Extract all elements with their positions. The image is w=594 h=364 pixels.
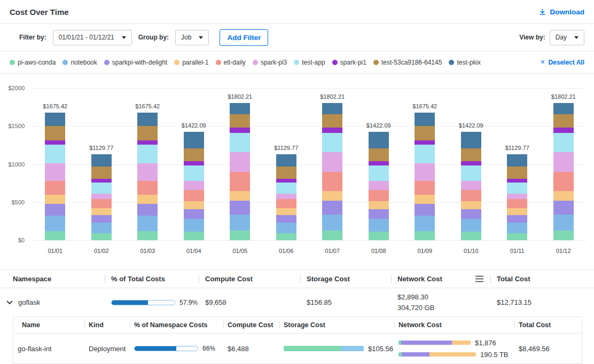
legend-dot — [253, 60, 258, 65]
legend-item-test-pkix[interactable]: test-pkix — [449, 59, 481, 66]
nested-column-header-pct-of-namespace-costs[interactable]: % of Namespace Costs — [130, 317, 223, 333]
namespace-expand-toggle[interactable]: goflask — [0, 298, 105, 306]
workload-kind: Deployment — [84, 345, 130, 353]
legend-dot — [104, 60, 110, 65]
bar-segment-spark-pi1 — [91, 179, 112, 183]
date-range-value: 01/01/21 - 01/12/21 — [59, 34, 114, 41]
bar-segment-spark-pi3 — [230, 152, 250, 172]
bar-segment-test-pkix — [45, 113, 65, 125]
bar-stack — [369, 132, 389, 240]
bar-segment-spark-pi3 — [184, 181, 204, 190]
nested-column-header-name[interactable]: Name — [13, 317, 84, 333]
legend-dot — [174, 60, 179, 65]
total-cost-cell: $12,713.15 — [490, 298, 594, 306]
add-filter-button[interactable]: Add Filter — [220, 29, 268, 46]
bar-01/11[interactable]: $1129.7701/11 — [494, 88, 541, 240]
column-header-pct-of-total-costs[interactable]: % of Total Costs — [105, 270, 199, 288]
bar-segment-test-pkix — [91, 154, 112, 167]
bar-segment-spark-pi1 — [461, 161, 481, 166]
nested-column-header-total-cost[interactable]: Total Cost — [514, 317, 582, 333]
nested-column-header-storage-cost[interactable]: Storage Cost — [279, 317, 394, 333]
bar-segment-etl-daily — [322, 172, 342, 191]
x-axis-label: 01/09 — [402, 248, 448, 254]
bar-segment-parallel-1 — [507, 208, 527, 215]
bar-01/03[interactable]: $1675.4201/03 — [124, 88, 171, 240]
bar-segment-spark-pi1 — [415, 140, 435, 145]
x-axis-label: 01/05 — [217, 248, 263, 254]
bar-01/09[interactable]: $1675.4201/09 — [402, 88, 448, 240]
mini-bar-segment — [284, 346, 341, 351]
bar-segment-spark-pi3 — [45, 163, 65, 181]
storage-cost-cell: $156.85 — [300, 298, 391, 306]
bar-segment-test-app — [137, 145, 158, 164]
bar-segment-spark-pi3 — [369, 181, 389, 190]
table-menu-icon[interactable] — [475, 275, 484, 282]
bar-total-label: $1802.21 — [551, 93, 576, 100]
bar-segment-pi-aws-conda — [415, 231, 435, 240]
bar-01/02[interactable]: $1129.7701/02 — [79, 88, 125, 240]
bar-01/01[interactable]: $1675.4201/01 — [32, 88, 79, 240]
legend-item-sparkpi-with-delight[interactable]: sparkpi-with-delight — [104, 59, 167, 66]
bar-01/04[interactable]: $1422.0901/04 — [171, 88, 217, 240]
y-axis-tick: $1500 — [8, 123, 25, 129]
x-axis-label: 01/02 — [79, 248, 125, 254]
bar-stack — [461, 132, 481, 240]
bar-01/06[interactable]: $1129.7701/06 — [263, 88, 310, 240]
nested-column-header-network-cost[interactable]: Network Cost — [394, 317, 514, 333]
group-by-select[interactable]: Job — [175, 30, 209, 45]
chevron-down-icon[interactable] — [6, 300, 13, 305]
bar-01/05[interactable]: $1802.2101/05 — [217, 88, 263, 240]
column-header-total-cost[interactable]: Total Cost — [490, 270, 594, 288]
legend-item-notebook[interactable]: notebook — [62, 59, 97, 66]
bar-segment-pi-aws-conda — [322, 231, 342, 241]
bar-segment-pi-aws-conda — [45, 231, 65, 240]
nested-column-header-kind[interactable]: Kind — [84, 317, 130, 333]
column-header-namespace[interactable]: Namespace — [0, 270, 105, 288]
cost-chart: $2000$1500$1000$500$0 $1675.4201/01$1129… — [0, 74, 594, 270]
legend-item-spark-pi1[interactable]: spark-pi1 — [332, 59, 366, 66]
legend-dot — [62, 60, 68, 65]
legend-label: sparkpi-with-delight — [112, 59, 167, 66]
bar-segment-test-53ca9186-64145 — [322, 114, 342, 128]
bar-segment-pi-aws-conda — [461, 232, 481, 240]
bar-segment-test-app — [369, 165, 389, 181]
close-icon: ✕ — [540, 59, 545, 66]
namespace-name: goflask — [18, 298, 40, 306]
bar-01/12[interactable]: $1802.2101/12 — [541, 88, 587, 240]
column-header-compute-cost[interactable]: Compute Cost — [199, 270, 300, 288]
legend-item-pi-aws-conda[interactable]: pi-aws-conda — [10, 59, 56, 66]
nested-column-header-compute-cost[interactable]: Compute Cost — [223, 317, 279, 333]
bar-stack — [507, 154, 527, 240]
bar-segment-parallel-1 — [461, 201, 481, 209]
bar-segment-test-53ca9186-64145 — [184, 148, 204, 161]
workload-row-go-flask-int[interactable]: go-flask-int Deployment 66% $6,488 $105.… — [13, 334, 582, 363]
bar-segment-sparkpi-with-delight — [322, 201, 342, 215]
view-by-select[interactable]: Day — [550, 30, 584, 45]
bar-segment-test-53ca9186-64145 — [461, 148, 481, 161]
column-header-storage-cost[interactable]: Storage Cost — [300, 270, 391, 288]
bar-01/08[interactable]: $1422.0901/08 — [356, 88, 402, 240]
workload-storage-cell: $105.56 — [279, 345, 394, 353]
column-header-network-cost[interactable]: Network Cost — [391, 270, 490, 288]
legend-item-etl-daily[interactable]: etl-daily — [216, 59, 246, 66]
workload-network-cost: $1,876 — [475, 339, 496, 347]
bar-stack — [45, 113, 65, 240]
bar-01/10[interactable]: $1422.0901/10 — [448, 88, 495, 240]
x-axis-label: 01/03 — [124, 248, 171, 254]
bar-segment-pi-aws-conda — [184, 232, 204, 240]
bar-segment-test-app — [230, 133, 250, 152]
namespace-row-goflask[interactable]: goflask 57.9% $9,658 $156.85 $2,898.30 3… — [0, 288, 594, 316]
legend-item-test-53ca9186-64145[interactable]: test-53ca9186-64145 — [373, 59, 442, 66]
legend-label: spark-pi3 — [261, 59, 287, 66]
legend-item-test-app[interactable]: test-app — [294, 59, 325, 66]
bar-segment-spark-pi1 — [322, 128, 342, 133]
bar-segment-notebook — [137, 216, 158, 231]
deselect-all-button[interactable]: ✕ Deselect All — [535, 59, 584, 66]
bar-01/07[interactable]: $1802.2101/07 — [309, 88, 356, 240]
date-range-select[interactable]: 01/01/21 - 01/12/21 — [53, 30, 132, 45]
bar-segment-spark-pi3 — [553, 152, 574, 172]
download-button[interactable]: Download — [538, 8, 585, 16]
legend-item-parallel-1[interactable]: parallel-1 — [174, 59, 208, 66]
network-usage-value: 304,720 GB — [397, 303, 434, 313]
legend-item-spark-pi3[interactable]: spark-pi3 — [253, 59, 287, 66]
